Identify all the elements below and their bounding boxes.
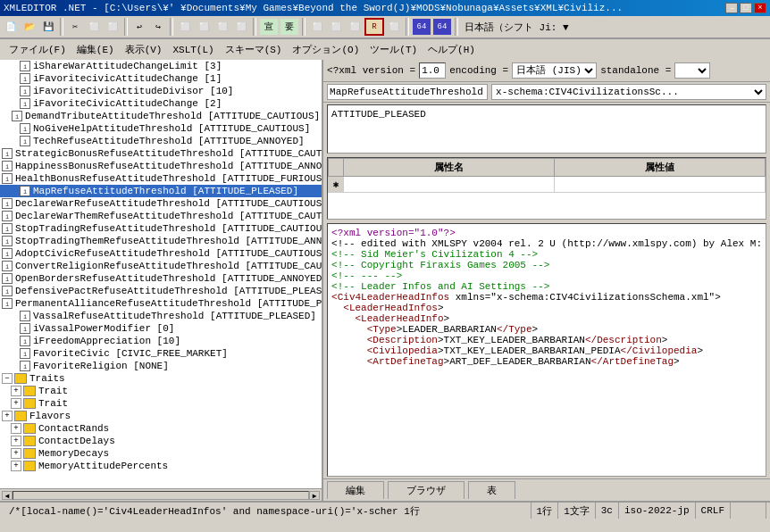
folder-expander[interactable]: +	[11, 461, 21, 471]
tree-item[interactable]: iNoGiveHelpAttitudeThreshold [ATTITUDE_C…	[0, 122, 322, 135]
tree-item[interactable]: iOpenBordersRefuseAttitudeThreshold [ATT…	[0, 272, 322, 285]
language-selector[interactable]: 日本語（シフト Ji: ▼	[461, 21, 573, 34]
title-text: XMLEDITOR .NET - [C:\Users\¥' ¥Documents…	[4, 3, 623, 13]
tree-item[interactable]: iConvertReligionRefuseAttitudeThreshold …	[0, 260, 322, 272]
tree-item[interactable]: iDeclareWarRefuseAttitudeThreshold [ATTI…	[0, 197, 322, 210]
btn5[interactable]: ⬜	[308, 18, 326, 36]
undo-button[interactable]: ↩	[130, 18, 148, 36]
menu-options[interactable]: オプション(O)	[287, 41, 364, 58]
xml-standalone-select[interactable]	[674, 62, 710, 79]
tree-item[interactable]: +MemoryAttitudePercents	[0, 460, 322, 472]
tree-item[interactable]: iMapRefuseAttitudeThreshold [ATTITUDE_PL…	[0, 185, 322, 197]
tree-item[interactable]: iiFreedomAppreciation [10]	[0, 335, 322, 347]
tree-item[interactable]: iHappinessBonusRefuseAttitudeThreshold […	[0, 160, 322, 172]
tree-item[interactable]: iTechRefuseAttitudeThreshold [ATTITUDE_A…	[0, 135, 322, 147]
folder-expander[interactable]: +	[2, 411, 13, 421]
file-icon: i	[2, 298, 13, 309]
save-button[interactable]: 💾	[39, 18, 57, 36]
xml-source[interactable]: <?xml version="1.0"?> <!-- edited with X…	[327, 223, 766, 477]
tree-item[interactable]: +MemoryDecays	[0, 447, 322, 460]
menu-view[interactable]: 表示(V)	[120, 41, 168, 58]
tree-item[interactable]: −Traits	[0, 372, 322, 385]
tree-item[interactable]: +Trait	[0, 385, 322, 397]
num64-1[interactable]: 64	[412, 18, 431, 36]
xml-version-label: <?xml version =	[327, 65, 415, 76]
folder-expander[interactable]: +	[11, 386, 21, 396]
tree-item[interactable]: iDemandTributeAttitudeThreshold [ATTITUD…	[0, 110, 322, 122]
tree-item[interactable]: +ContactDelays	[0, 435, 322, 447]
tab-edit[interactable]: 編集	[327, 481, 384, 499]
tree-item-label: OpenBordersRefuseAttitudeThreshold [ATTI…	[15, 273, 322, 284]
btn1[interactable]: ⬜	[176, 18, 194, 36]
tree-item[interactable]: iFavoriteReligion [NONE]	[0, 360, 322, 372]
tree-item-label: iFavoriteCivicAttitudeDivisor [10]	[33, 86, 233, 96]
folder-expander[interactable]: −	[2, 373, 13, 384]
tab-browser[interactable]: ブラウザ	[388, 481, 465, 499]
tree-item[interactable]: iStopTradingRefuseAttitudeThreshold [ATT…	[0, 222, 322, 235]
open-button[interactable]: 📂	[21, 18, 38, 36]
grid-row-star[interactable]: ✱	[329, 177, 766, 193]
menu-schema[interactable]: スキーマ(S)	[220, 41, 288, 58]
btn2[interactable]: ⬜	[195, 18, 213, 36]
separator-2	[124, 18, 128, 36]
tree-item[interactable]: iiFavoritecivicAttitudeChange [1]	[0, 72, 322, 85]
xml-encoding-select[interactable]: 日本語 (JIS)	[512, 62, 597, 79]
tree-container[interactable]: iiShareWarAttitudeChangeLimit [3]iiFavor…	[0, 60, 322, 488]
menu-edit[interactable]: 編集(E)	[71, 41, 120, 58]
tree-item[interactable]: iAdoptCivicRefuseAttitudeThreshold [ATTI…	[0, 247, 322, 260]
tree-item[interactable]: iStrategicBonusRefuseAttitudeThreshold […	[0, 147, 322, 160]
paste-button[interactable]: ⬜	[104, 18, 121, 36]
tree-item[interactable]: iiFavoriteCivicAttitudeDivisor [10]	[0, 85, 322, 97]
content-editor[interactable]: ATTITUDE_PLEASED	[327, 104, 766, 154]
minimize-button[interactable]: －	[725, 3, 738, 13]
maximize-button[interactable]: □	[740, 3, 752, 13]
special-btn1[interactable]: 宣	[259, 18, 279, 36]
menu-help[interactable]: ヘルプ(H)	[423, 41, 481, 58]
tree-item[interactable]: +ContactRands	[0, 422, 322, 435]
file-icon: i	[2, 198, 13, 209]
tree-item[interactable]: +Flavors	[0, 410, 322, 422]
schema-select[interactable]: x-schema:CIV4CivilizationsSc...	[491, 84, 766, 100]
tree-item[interactable]: iStopTradingThemRefuseAttitudeThreshold …	[0, 235, 322, 247]
tree-item[interactable]: iPermanentAllianceRefuseAttitudeThreshol…	[0, 297, 322, 310]
btn6[interactable]: ⬜	[327, 18, 345, 36]
horizontal-scrollbar[interactable]: ◀ ▶	[0, 488, 322, 501]
btn3[interactable]: ⬜	[213, 18, 231, 36]
special-btn2[interactable]: 要	[280, 18, 299, 36]
new-button[interactable]: 📄	[2, 18, 20, 36]
tree-item[interactable]: iVassalRefuseAttitudeThreshold [ATTITUDE…	[0, 310, 322, 322]
tab-table[interactable]: 表	[468, 481, 515, 499]
redo-button[interactable]: ↪	[149, 18, 167, 36]
hscroll-track[interactable]	[13, 491, 309, 500]
btn8[interactable]: R	[364, 18, 384, 36]
menu-xslt[interactable]: XSLT(L)	[167, 43, 219, 57]
btn4[interactable]: ⬜	[232, 18, 250, 36]
xpath-input[interactable]	[327, 84, 488, 100]
folder-expander[interactable]: +	[11, 448, 21, 459]
grid-val-cell[interactable]	[555, 177, 766, 193]
tree-item[interactable]: iiVassalPowerModifier [0]	[0, 322, 322, 335]
folder-expander[interactable]: +	[11, 398, 21, 409]
btn7[interactable]: ⬜	[346, 18, 364, 36]
file-icon: i	[20, 323, 30, 334]
xml-version-input[interactable]	[419, 62, 446, 79]
btn9[interactable]: ⬜	[385, 18, 403, 36]
grid-area[interactable]: 属性名 属性値 ✱	[327, 157, 766, 220]
tree-item[interactable]: iHealthBonusRefuseAttitudeThreshold [ATT…	[0, 172, 322, 185]
tree-item[interactable]: iiShareWarAttitudeChangeLimit [3]	[0, 60, 322, 72]
menu-file[interactable]: ファイル(F)	[4, 41, 71, 58]
tree-item-label: PermanentAllianceRefuseAttitudeThreshold…	[15, 298, 322, 309]
num64-2[interactable]: 64	[432, 18, 452, 36]
tree-item[interactable]: iFavoriteCivic [CIVIC_FREE_MARKET]	[0, 347, 322, 360]
cut-button[interactable]: ✂	[66, 18, 84, 36]
tree-item[interactable]: +Trait	[0, 397, 322, 410]
copy-button[interactable]: ⬜	[85, 18, 103, 36]
tree-item[interactable]: iDeclareWarThemRefuseAttitudeThreshold […	[0, 210, 322, 222]
folder-expander[interactable]: +	[11, 436, 21, 446]
tree-item[interactable]: iiFavoriteCivicAttitudeChange [2]	[0, 97, 322, 110]
folder-expander[interactable]: +	[11, 423, 21, 434]
close-button[interactable]: ×	[754, 3, 766, 13]
tree-item[interactable]: iDefensivePactRefuseAttitudeThreshold [A…	[0, 285, 322, 297]
menu-tools[interactable]: ツール(T)	[364, 41, 423, 58]
grid-name-cell[interactable]	[344, 177, 555, 193]
